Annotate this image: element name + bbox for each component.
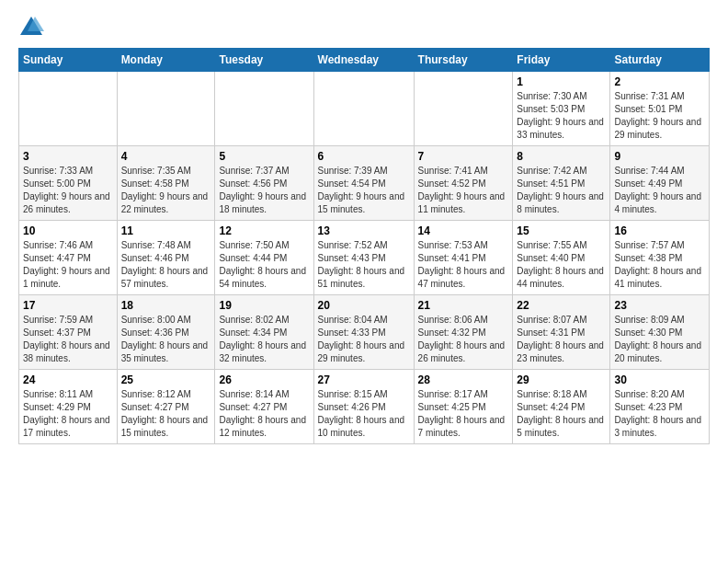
day-info: Sunrise: 7:55 AM Sunset: 4:40 PM Dayligh… bbox=[517, 239, 606, 291]
calendar-cell: 8Sunrise: 7:42 AM Sunset: 4:51 PM Daylig… bbox=[513, 146, 610, 221]
day-info: Sunrise: 7:31 AM Sunset: 5:01 PM Dayligh… bbox=[614, 90, 705, 142]
day-info: Sunrise: 8:15 AM Sunset: 4:26 PM Dayligh… bbox=[318, 388, 410, 440]
day-info: Sunrise: 7:50 AM Sunset: 4:44 PM Dayligh… bbox=[219, 239, 309, 291]
day-info: Sunrise: 7:30 AM Sunset: 5:03 PM Dayligh… bbox=[517, 90, 606, 142]
day-number: 27 bbox=[318, 373, 410, 386]
day-number: 9 bbox=[614, 150, 705, 163]
calendar-week-row: 17Sunrise: 7:59 AM Sunset: 4:37 PM Dayli… bbox=[19, 295, 710, 370]
weekday-header: Thursday bbox=[414, 49, 513, 72]
day-info: Sunrise: 8:14 AM Sunset: 4:27 PM Dayligh… bbox=[219, 388, 309, 440]
calendar-cell: 22Sunrise: 8:07 AM Sunset: 4:31 PM Dayli… bbox=[513, 295, 610, 370]
day-info: Sunrise: 7:39 AM Sunset: 4:54 PM Dayligh… bbox=[318, 165, 410, 216]
weekday-header: Wednesday bbox=[313, 49, 414, 72]
day-number: 26 bbox=[219, 373, 309, 386]
weekday-header: Sunday bbox=[19, 49, 118, 72]
day-number: 24 bbox=[23, 373, 113, 386]
day-number: 18 bbox=[121, 299, 211, 312]
weekday-header: Tuesday bbox=[215, 49, 313, 72]
day-info: Sunrise: 7:46 AM Sunset: 4:47 PM Dayligh… bbox=[23, 239, 113, 291]
day-number: 5 bbox=[219, 150, 309, 163]
calendar-cell bbox=[19, 72, 118, 146]
calendar-cell: 29Sunrise: 8:18 AM Sunset: 4:24 PM Dayli… bbox=[513, 370, 610, 444]
day-number: 1 bbox=[517, 75, 606, 88]
calendar-cell: 2Sunrise: 7:31 AM Sunset: 5:01 PM Daylig… bbox=[610, 72, 710, 146]
weekday-header: Saturday bbox=[610, 49, 710, 72]
day-number: 17 bbox=[23, 299, 113, 312]
day-info: Sunrise: 8:09 AM Sunset: 4:30 PM Dayligh… bbox=[614, 314, 705, 365]
day-number: 29 bbox=[517, 373, 606, 386]
day-info: Sunrise: 8:02 AM Sunset: 4:34 PM Dayligh… bbox=[219, 314, 309, 365]
calendar-cell: 6Sunrise: 7:39 AM Sunset: 4:54 PM Daylig… bbox=[313, 146, 414, 221]
day-info: Sunrise: 8:00 AM Sunset: 4:36 PM Dayligh… bbox=[121, 314, 211, 365]
calendar-cell: 30Sunrise: 8:20 AM Sunset: 4:23 PM Dayli… bbox=[610, 370, 710, 444]
header bbox=[18, 15, 710, 40]
day-number: 15 bbox=[517, 224, 606, 237]
page: SundayMondayTuesdayWednesdayThursdayFrid… bbox=[0, 0, 728, 454]
calendar-week-row: 1Sunrise: 7:30 AM Sunset: 5:03 PM Daylig… bbox=[19, 72, 710, 146]
day-info: Sunrise: 7:52 AM Sunset: 4:43 PM Dayligh… bbox=[318, 239, 410, 291]
day-info: Sunrise: 7:53 AM Sunset: 4:41 PM Dayligh… bbox=[418, 239, 509, 291]
day-info: Sunrise: 8:12 AM Sunset: 4:27 PM Dayligh… bbox=[121, 388, 211, 440]
calendar-week-row: 10Sunrise: 7:46 AM Sunset: 4:47 PM Dayli… bbox=[19, 221, 710, 295]
day-info: Sunrise: 7:59 AM Sunset: 4:37 PM Dayligh… bbox=[23, 314, 113, 365]
weekday-header: Friday bbox=[513, 49, 610, 72]
calendar-cell: 26Sunrise: 8:14 AM Sunset: 4:27 PM Dayli… bbox=[215, 370, 313, 444]
day-info: Sunrise: 8:04 AM Sunset: 4:33 PM Dayligh… bbox=[318, 314, 410, 365]
logo-icon bbox=[18, 15, 44, 40]
calendar-cell: 11Sunrise: 7:48 AM Sunset: 4:46 PM Dayli… bbox=[117, 221, 215, 295]
weekday-header: Monday bbox=[117, 49, 215, 72]
calendar-cell: 10Sunrise: 7:46 AM Sunset: 4:47 PM Dayli… bbox=[19, 221, 118, 295]
day-number: 30 bbox=[614, 373, 705, 386]
calendar-cell: 13Sunrise: 7:52 AM Sunset: 4:43 PM Dayli… bbox=[313, 221, 414, 295]
calendar-cell bbox=[313, 72, 414, 146]
calendar-cell: 4Sunrise: 7:35 AM Sunset: 4:58 PM Daylig… bbox=[117, 146, 215, 221]
day-number: 16 bbox=[614, 224, 705, 237]
day-number: 23 bbox=[614, 299, 705, 312]
calendar-cell: 18Sunrise: 8:00 AM Sunset: 4:36 PM Dayli… bbox=[117, 295, 215, 370]
day-info: Sunrise: 8:20 AM Sunset: 4:23 PM Dayligh… bbox=[614, 388, 705, 440]
calendar-cell: 7Sunrise: 7:41 AM Sunset: 4:52 PM Daylig… bbox=[414, 146, 513, 221]
calendar-week-row: 24Sunrise: 8:11 AM Sunset: 4:29 PM Dayli… bbox=[19, 370, 710, 444]
calendar-cell: 5Sunrise: 7:37 AM Sunset: 4:56 PM Daylig… bbox=[215, 146, 313, 221]
day-info: Sunrise: 8:06 AM Sunset: 4:32 PM Dayligh… bbox=[418, 314, 509, 365]
calendar-cell: 28Sunrise: 8:17 AM Sunset: 4:25 PM Dayli… bbox=[414, 370, 513, 444]
day-number: 10 bbox=[23, 224, 113, 237]
weekday-header-row: SundayMondayTuesdayWednesdayThursdayFrid… bbox=[19, 49, 710, 72]
calendar-cell: 27Sunrise: 8:15 AM Sunset: 4:26 PM Dayli… bbox=[313, 370, 414, 444]
day-info: Sunrise: 7:44 AM Sunset: 4:49 PM Dayligh… bbox=[614, 165, 705, 216]
calendar-cell: 24Sunrise: 8:11 AM Sunset: 4:29 PM Dayli… bbox=[19, 370, 118, 444]
day-number: 21 bbox=[418, 299, 509, 312]
calendar-cell: 20Sunrise: 8:04 AM Sunset: 4:33 PM Dayli… bbox=[313, 295, 414, 370]
day-number: 11 bbox=[121, 224, 211, 237]
calendar-cell: 21Sunrise: 8:06 AM Sunset: 4:32 PM Dayli… bbox=[414, 295, 513, 370]
calendar-week-row: 3Sunrise: 7:33 AM Sunset: 5:00 PM Daylig… bbox=[19, 146, 710, 221]
day-info: Sunrise: 7:57 AM Sunset: 4:38 PM Dayligh… bbox=[614, 239, 705, 291]
day-number: 4 bbox=[121, 150, 211, 163]
calendar-cell: 3Sunrise: 7:33 AM Sunset: 5:00 PM Daylig… bbox=[19, 146, 118, 221]
logo bbox=[18, 15, 48, 40]
day-info: Sunrise: 8:18 AM Sunset: 4:24 PM Dayligh… bbox=[517, 388, 606, 440]
day-number: 14 bbox=[418, 224, 509, 237]
day-info: Sunrise: 7:35 AM Sunset: 4:58 PM Dayligh… bbox=[121, 165, 211, 216]
day-number: 25 bbox=[121, 373, 211, 386]
calendar-cell: 1Sunrise: 7:30 AM Sunset: 5:03 PM Daylig… bbox=[513, 72, 610, 146]
calendar-cell: 25Sunrise: 8:12 AM Sunset: 4:27 PM Dayli… bbox=[117, 370, 215, 444]
calendar-cell: 19Sunrise: 8:02 AM Sunset: 4:34 PM Dayli… bbox=[215, 295, 313, 370]
calendar-cell: 23Sunrise: 8:09 AM Sunset: 4:30 PM Dayli… bbox=[610, 295, 710, 370]
day-info: Sunrise: 7:33 AM Sunset: 5:00 PM Dayligh… bbox=[23, 165, 113, 216]
calendar-cell: 15Sunrise: 7:55 AM Sunset: 4:40 PM Dayli… bbox=[513, 221, 610, 295]
day-number: 8 bbox=[517, 150, 606, 163]
day-info: Sunrise: 7:48 AM Sunset: 4:46 PM Dayligh… bbox=[121, 239, 211, 291]
day-info: Sunrise: 7:37 AM Sunset: 4:56 PM Dayligh… bbox=[219, 165, 309, 216]
calendar-cell: 12Sunrise: 7:50 AM Sunset: 4:44 PM Dayli… bbox=[215, 221, 313, 295]
day-info: Sunrise: 7:41 AM Sunset: 4:52 PM Dayligh… bbox=[418, 165, 509, 216]
day-number: 2 bbox=[614, 75, 705, 88]
calendar-table: SundayMondayTuesdayWednesdayThursdayFrid… bbox=[18, 48, 710, 444]
calendar-cell: 9Sunrise: 7:44 AM Sunset: 4:49 PM Daylig… bbox=[610, 146, 710, 221]
day-info: Sunrise: 8:11 AM Sunset: 4:29 PM Dayligh… bbox=[23, 388, 113, 440]
calendar-cell bbox=[215, 72, 313, 146]
day-info: Sunrise: 8:07 AM Sunset: 4:31 PM Dayligh… bbox=[517, 314, 606, 365]
day-number: 19 bbox=[219, 299, 309, 312]
day-number: 22 bbox=[517, 299, 606, 312]
day-number: 28 bbox=[418, 373, 509, 386]
